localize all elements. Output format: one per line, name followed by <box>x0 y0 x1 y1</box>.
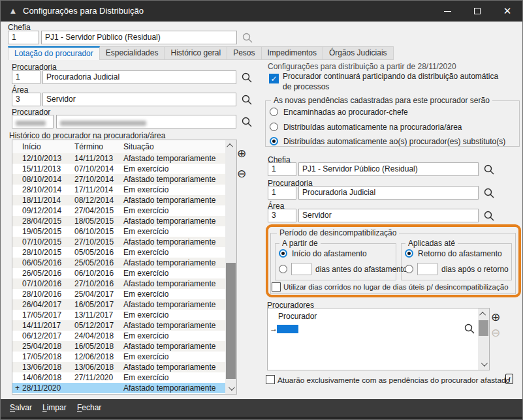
area-name-input[interactable]: Servidor <box>42 93 236 106</box>
scroll-up-icon[interactable] <box>478 308 489 320</box>
procurador-column-header[interactable]: Procurador <box>278 312 317 321</box>
procuradoria-code-input[interactable]: 1 <box>12 70 40 84</box>
tab-lotação-do-procurador[interactable]: Lotação do procurador <box>8 46 100 60</box>
table-row[interactable]: 17/05/2018 12/06/2018 Em exercício <box>12 352 225 362</box>
window-title: Configurações para Distribuição <box>23 6 144 16</box>
selected-procurador-redacted[interactable] <box>277 325 298 333</box>
tab-especialidades[interactable]: Especialidades <box>100 46 165 60</box>
history-add-icon[interactable]: ⊕ <box>237 148 246 159</box>
info-icon[interactable]: i <box>505 374 513 384</box>
radio-inicio-afastamento[interactable] <box>279 249 287 258</box>
radio-encaminhadas[interactable] <box>270 108 278 116</box>
maximize-icon <box>474 8 481 14</box>
table-row[interactable]: 25/04/2018 16/05/2018 Afastado temporari… <box>12 341 225 352</box>
tab-pesos[interactable]: Pesos <box>227 46 261 60</box>
chefia-top-name-input[interactable]: PJ1 - Servidor Público (Residual) <box>41 31 237 44</box>
r-area-search-icon[interactable] <box>483 210 495 222</box>
radio-distribuidas-substitutos[interactable] <box>270 137 278 145</box>
scroll-down-icon[interactable] <box>225 383 236 394</box>
table-row[interactable]: 15/11/2013 07/10/2014 Em exercício <box>12 164 225 174</box>
table-row[interactable]: 06/12/2017 24/04/2018 Em exercício <box>12 331 225 341</box>
tab-bar: Lotação do procuradorEspecialidadesHistó… <box>8 46 394 60</box>
radio-inicio-afastamento-label: Início do afastamento <box>292 249 367 258</box>
chefia-top-code-input[interactable]: 1 <box>8 31 39 44</box>
participa-label: Procurador continuará participando da di… <box>283 71 509 92</box>
history-scrollbar[interactable] <box>225 140 236 394</box>
minimize-button[interactable] <box>432 1 462 22</box>
table-row[interactable]: 28/10/2014 17/11/2014 Em exercício <box>12 185 225 195</box>
procuradores-scroll-thumb[interactable] <box>479 320 488 336</box>
col-termino[interactable]: Término <box>74 142 123 151</box>
history-rows: 12/10/2013 14/11/2013 Afastado temporari… <box>12 153 225 394</box>
close-icon: ✕ <box>503 5 512 17</box>
history-scroll-thumb[interactable] <box>226 263 236 379</box>
table-row[interactable]: 18/11/2014 08/12/2014 Afastado temporari… <box>12 195 225 205</box>
table-row[interactable]: + 28/11/2020 Afastado temporariamente <box>12 383 225 393</box>
table-row[interactable]: 07/10/2015 27/10/2015 Afastado temporari… <box>12 237 225 247</box>
procuradoria-search-icon[interactable] <box>241 72 253 83</box>
dias-antes-input[interactable] <box>291 263 311 275</box>
dias-apos-input[interactable] <box>417 263 437 275</box>
scroll-up-icon[interactable] <box>225 140 236 151</box>
table-row[interactable]: 26/04/2017 16/05/2017 Afastado temporari… <box>12 299 225 310</box>
radio-distribuidas-area[interactable] <box>270 123 278 131</box>
table-row[interactable]: 28/10/2016 25/04/2017 Em exercício <box>12 289 225 299</box>
tab-impedimentos[interactable]: Impedimentos <box>262 46 323 60</box>
area-code-input[interactable]: 3 <box>12 93 40 106</box>
chefia-top-search-icon[interactable] <box>242 32 253 44</box>
r-area-name-input[interactable]: Servidor <box>298 209 479 222</box>
chefia-name-input[interactable]: PJ1 - Servidor Público (Residual) <box>298 162 479 176</box>
tab-órgãos-judiciais[interactable]: Órgãos Judiciais <box>323 46 394 60</box>
maximize-button[interactable] <box>462 1 492 22</box>
save-button[interactable]: Salvar <box>10 403 32 412</box>
radio-distribuidas-substitutos-label: Distribuídas automaticamente ao(s) procu… <box>283 137 505 146</box>
radio-dias-apos[interactable] <box>405 265 413 273</box>
atuarao-checkbox[interactable] <box>266 375 275 384</box>
table-row[interactable]: 06/05/2016 25/05/2016 Afastado temporari… <box>12 258 225 268</box>
procuradores-scrollbar[interactable] <box>478 308 489 370</box>
col-inicio[interactable]: Início <box>22 142 74 151</box>
procuradores-add-icon[interactable]: ⊕ <box>491 312 500 323</box>
redacted-code <box>16 121 46 126</box>
table-row[interactable]: 17/05/2017 13/11/2017 Em exercício <box>12 310 225 320</box>
table-row[interactable]: 26/05/2016 06/10/2016 Em exercício <box>12 268 225 278</box>
table-row[interactable]: 28/10/2015 05/05/2016 Em exercício <box>12 247 225 258</box>
procurador-search-icon[interactable] <box>464 323 475 335</box>
history-table: Início Término Situação 12/10/2013 14/11… <box>12 140 237 395</box>
radio-encaminhadas-label: Encaminhadas ao procurador-chefe <box>283 108 408 117</box>
procurador-code-input[interactable] <box>12 115 54 128</box>
chefia-code-input[interactable]: 1 <box>268 162 296 176</box>
chefia-search-icon[interactable] <box>483 164 495 175</box>
procurador-search-icon[interactable] <box>241 116 253 128</box>
dias-corridos-checkbox[interactable] <box>272 282 281 292</box>
radio-retorno-afastamento[interactable] <box>405 249 413 258</box>
area-search-icon[interactable] <box>241 94 253 106</box>
r-area-code-input[interactable]: 3 <box>268 209 296 222</box>
radio-dias-antes[interactable] <box>279 265 287 273</box>
table-row[interactable]: 08/10/2014 27/10/2014 Afastado temporari… <box>12 174 225 185</box>
table-row[interactable]: 12/10/2013 14/11/2013 Afastado temporari… <box>12 153 225 164</box>
close-button[interactable]: ✕ <box>492 1 522 22</box>
history-remove-icon[interactable]: ⊖ <box>237 168 246 179</box>
r-procuradoria-name-input[interactable]: Procuradoria Judicial <box>298 186 479 200</box>
table-row[interactable]: 14/11/2017 05/12/2017 Afastado temporari… <box>12 320 225 331</box>
table-row[interactable]: 19/05/2015 06/10/2015 Em exercício <box>12 226 225 237</box>
r-procuradoria-code-input[interactable]: 1 <box>268 186 296 200</box>
procuradores-remove-icon[interactable]: ⊖ <box>491 327 500 338</box>
close-dialog-button[interactable]: Fechar <box>77 403 101 412</box>
r-procuradoria-search-icon[interactable] <box>483 187 495 199</box>
procuradoria-name-input[interactable]: Procuradoria Judicial <box>42 70 236 84</box>
table-row[interactable]: 28/04/2015 18/05/2015 Afastado temporari… <box>12 216 225 226</box>
participa-checkbox[interactable]: ✓ <box>269 74 279 83</box>
clear-button[interactable]: Limpar <box>42 403 67 412</box>
table-row[interactable]: 07/10/2016 27/10/2016 Afastado temporari… <box>12 278 225 289</box>
radio-distribuidas-area-label: Distribuídas automaticamente na procurad… <box>283 123 462 132</box>
scroll-down-icon[interactable] <box>478 359 489 370</box>
col-situacao[interactable]: Situação <box>123 142 225 151</box>
tab-histórico-geral[interactable]: Histórico geral <box>165 46 227 60</box>
pendencias-legend: As novas pendências cadastradas para est… <box>271 96 492 105</box>
procurador-name-input[interactable] <box>56 115 236 128</box>
table-row[interactable]: 09/12/2014 27/04/2015 Em exercício <box>12 205 225 216</box>
table-row[interactable]: 14/06/2018 27/11/2020 Em exercício <box>12 372 225 383</box>
table-row[interactable]: 13/06/2018 13/06/2018 Afastado temporari… <box>12 362 225 372</box>
